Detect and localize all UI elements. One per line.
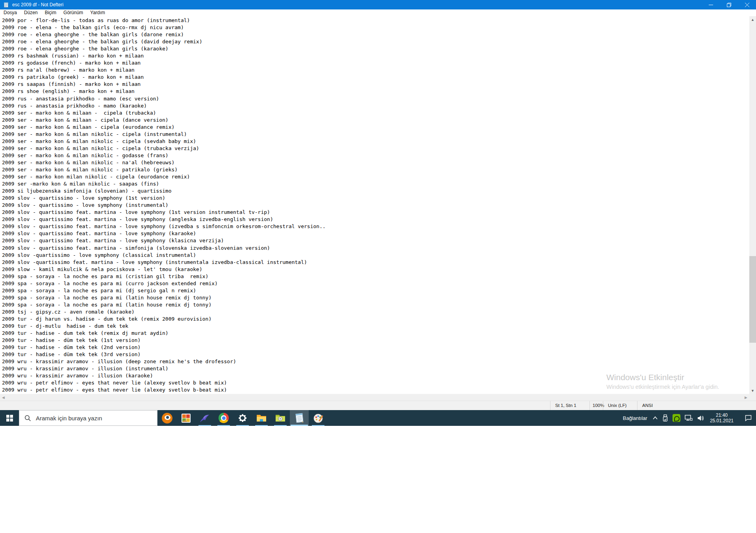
taskbar-app-notepad[interactable]: [290, 410, 309, 426]
taskbar-app-chrome[interactable]: [214, 410, 233, 426]
taskbar-clock[interactable]: 21:40 25.01.2021: [710, 412, 734, 423]
menu-dosya[interactable]: Dosya: [0, 9, 20, 16]
start-button[interactable]: [0, 410, 19, 426]
taskbar: Aramak için buraya yazın: [0, 410, 756, 426]
close-button[interactable]: [738, 0, 756, 9]
photos-icon: [181, 413, 191, 423]
green-folder-icon: [275, 412, 286, 423]
status-encoding: ANSI: [637, 401, 756, 410]
restore-button[interactable]: [720, 0, 738, 9]
menu-gorunum[interactable]: Görünüm: [60, 9, 87, 16]
taskbar-app-explorer[interactable]: [252, 410, 271, 426]
title-bar: esc 2009 df - Not Defteri: [0, 0, 756, 9]
network-icon[interactable]: [685, 415, 693, 422]
minimize-button[interactable]: [702, 0, 720, 9]
search-placeholder-text: Aramak için buraya yazın: [36, 415, 102, 422]
menu-bicim[interactable]: Biçim: [41, 9, 60, 16]
scroll-up-arrow-icon[interactable]: ▲: [749, 16, 756, 23]
vertical-scrollbar[interactable]: ▲ ▼: [749, 16, 756, 394]
editor-text: 2009 por - flor-de-lis - todas as ruas d…: [0, 16, 749, 394]
scroll-left-arrow-icon[interactable]: ◀: [0, 394, 7, 401]
bird-icon: [199, 412, 210, 423]
taskbar-app-photos[interactable]: [176, 410, 195, 426]
scroll-down-arrow-icon[interactable]: ▼: [749, 387, 756, 394]
status-line-ending: Unix (LF): [603, 401, 637, 410]
nvidia-icon[interactable]: [673, 414, 680, 422]
system-tray: Bağlantılar: [623, 410, 752, 426]
taskbar-app-green-folder[interactable]: [271, 410, 290, 426]
taskbar-app-settings[interactable]: [233, 410, 252, 426]
scrollbar-corner: [749, 394, 756, 401]
chrome-icon: [219, 413, 229, 423]
clock-time: 21:40: [710, 412, 734, 418]
tray-connections-label[interactable]: Bağlantılar: [623, 415, 647, 421]
search-icon: [24, 415, 31, 422]
text-editor-area[interactable]: 2009 por - flor-de-lis - todas as ruas d…: [0, 16, 749, 394]
action-center-icon[interactable]: [745, 414, 752, 422]
minimize-icon: [709, 3, 713, 7]
notepad-window-icon: [3, 2, 9, 8]
taskbar-app-bird[interactable]: [195, 410, 214, 426]
scroll-right-arrow-icon[interactable]: ▶: [743, 394, 749, 401]
vertical-scrollbar-thumb[interactable]: [749, 256, 756, 343]
gear-icon: [237, 413, 248, 423]
horizontal-scrollbar[interactable]: ◀ ▶: [0, 394, 749, 401]
usb-icon[interactable]: [662, 414, 668, 422]
notepad-icon: [294, 412, 304, 423]
status-bar: St 1, Stn 1 100% Unix (LF) ANSI: [0, 401, 756, 410]
taskbar-search-input[interactable]: Aramak için buraya yazın: [19, 410, 158, 426]
restore-icon: [727, 3, 731, 7]
blender-icon: [162, 413, 172, 423]
status-zoom-level: 100%: [589, 401, 603, 410]
taskbar-app-blender[interactable]: [158, 410, 176, 426]
taskbar-app-paint[interactable]: [309, 410, 328, 426]
window-title: esc 2009 df - Not Defteri: [12, 2, 63, 7]
menu-yardim[interactable]: Yardım: [87, 9, 109, 16]
paint-icon: [313, 413, 324, 423]
volume-icon[interactable]: [697, 415, 704, 422]
windows-logo-icon: [6, 415, 13, 422]
folder-icon: [256, 412, 267, 423]
clock-date: 25.01.2021: [710, 418, 734, 423]
menu-bar: Dosya Düzen Biçim Görünüm Yardım: [0, 9, 756, 16]
close-icon: [745, 3, 749, 7]
menu-duzen[interactable]: Düzen: [20, 9, 41, 16]
chevron-up-icon[interactable]: [652, 416, 658, 420]
status-cursor-position: St 1, Stn 1: [550, 401, 589, 410]
